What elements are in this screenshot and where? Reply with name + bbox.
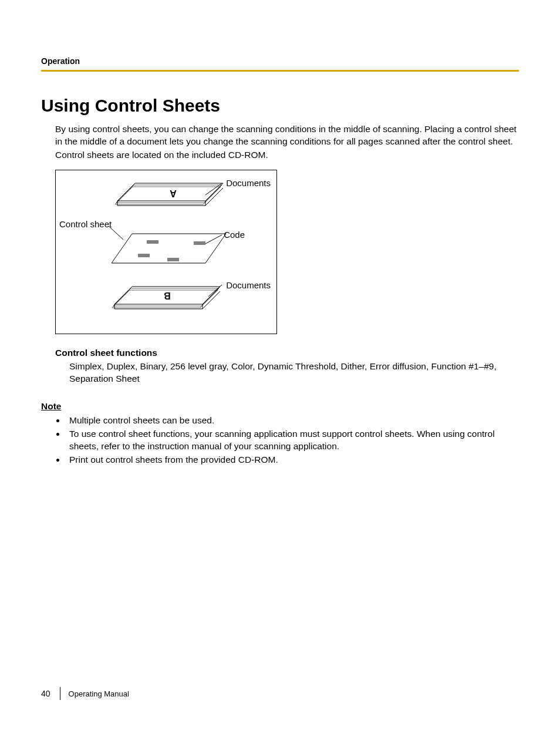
intro-paragraph-2: Control sheets are located on the includ… [55,149,519,161]
page-number: 40 [41,689,60,698]
page-title: Using Control Sheets [41,95,519,116]
svg-text:B: B [164,291,171,301]
diagram-svg: B [56,170,278,335]
diagram-label-control-sheet: Control sheet [59,218,112,230]
diagram-label-documents-bottom: Documents [226,280,271,291]
diagram-label-documents-top: Documents [226,177,271,189]
section-label: Operation [41,56,80,66]
diagram-frame: B [55,170,277,334]
note-item: To use control sheet functions, your sca… [66,428,519,453]
svg-text:A: A [170,189,177,198]
control-sheet-diagram: B [55,170,519,334]
note-item: Print out control sheets from the provid… [66,454,519,466]
note-heading: Note [41,401,519,413]
footer-doc-title: Operating Manual [69,689,129,698]
intro-paragraph-1: By using control sheets, you can change … [55,123,519,148]
note-list: Multiple control sheets can be used. To … [41,415,519,466]
footer-divider [60,687,60,700]
running-header: Operation [41,56,519,72]
functions-text: Simplex, Duplex, Binary, 256 level gray,… [55,361,519,385]
page-footer: 40 Operating Manual [41,687,129,700]
diagram-label-code: Code [224,229,245,241]
body-content: By using control sheets, you can change … [41,123,519,466]
note-item: Multiple control sheets can be used. [66,415,519,427]
functions-heading: Control sheet functions [55,347,519,359]
